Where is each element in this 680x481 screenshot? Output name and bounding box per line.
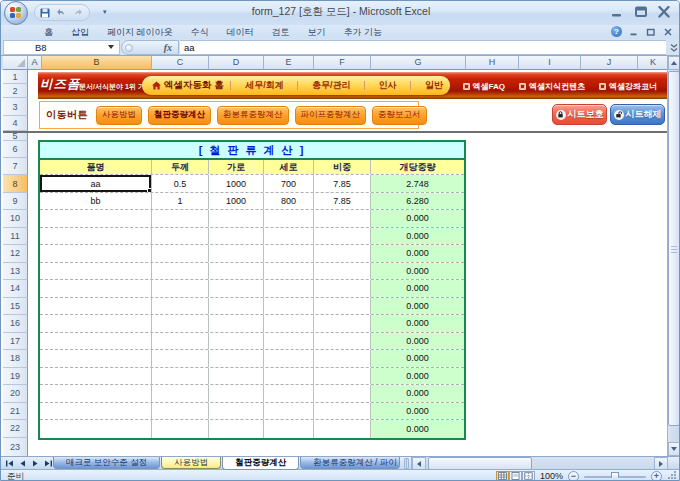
minimize-button[interactable] [609, 6, 625, 18]
table-cell[interactable] [152, 298, 209, 315]
row-header[interactable]: 6 [3, 141, 28, 158]
ribbon-tab[interactable]: 추가 기능 [335, 25, 392, 39]
sheet-tab[interactable]: 철판중량계산 [222, 457, 299, 470]
table-cell[interactable] [40, 385, 152, 402]
table-cell[interactable] [264, 210, 314, 227]
table-cell[interactable]: 1 [152, 193, 209, 209]
table-cell[interactable] [314, 298, 371, 315]
name-box-dropdown-icon[interactable] [108, 45, 114, 49]
table-cell[interactable] [314, 210, 371, 227]
row-header[interactable]: 13 [3, 263, 28, 281]
table-cell[interactable] [314, 228, 371, 245]
maximize-button[interactable] [633, 6, 649, 18]
table-header-cell[interactable]: 품명 [40, 160, 152, 174]
banner-menu-item[interactable]: 인사 [379, 79, 397, 92]
prev-sheet-icon[interactable] [17, 458, 28, 469]
name-box[interactable]: B8 [3, 40, 120, 55]
table-cell[interactable] [314, 333, 371, 350]
row-header[interactable]: 7 [3, 158, 28, 175]
table-cell[interactable] [152, 350, 209, 367]
sheet-tab[interactable]: 환봉류중량계산 / 파이 [300, 457, 400, 469]
table-cell[interactable] [40, 420, 152, 438]
row-header[interactable]: 2 [3, 84, 28, 98]
ribbon-tab[interactable]: 수식 [182, 25, 218, 39]
table-cell[interactable] [264, 403, 314, 420]
table-cell[interactable] [264, 228, 314, 245]
row-header[interactable]: 15 [3, 298, 28, 316]
nav-button[interactable]: 중량보고서 [372, 106, 427, 125]
expand-formula-bar-icon[interactable] [667, 40, 680, 55]
row-header[interactable]: 16 [3, 315, 28, 333]
table-cell[interactable] [314, 350, 371, 367]
banner-menu-item[interactable]: 총무/관리 [312, 79, 351, 92]
table-cell[interactable] [264, 298, 314, 315]
nav-button[interactable]: 환봉류중량계산 [217, 106, 289, 125]
table-cell[interactable] [152, 263, 209, 280]
table-cell[interactable] [209, 350, 264, 367]
table-cell[interactable] [264, 315, 314, 332]
table-cell-weight[interactable]: 0.000 [371, 403, 464, 420]
ribbon-tab[interactable]: 페이지 레이아웃 [98, 25, 182, 39]
sheet-tab[interactable]: 사용방법 [161, 457, 221, 469]
tab-split-handle[interactable] [404, 458, 409, 469]
table-cell[interactable] [152, 420, 209, 438]
column-header[interactable]: A [28, 56, 42, 70]
banner-link[interactable]: 엑셀지식컨텐츠 [519, 81, 585, 92]
table-cell[interactable] [209, 420, 264, 438]
scroll-down-icon[interactable] [668, 442, 680, 456]
zoom-level[interactable]: 100% [540, 471, 563, 481]
unprotect-sheet-button[interactable]: 시트해제 [610, 104, 665, 125]
nav-button[interactable]: 파이프중량계산 [295, 106, 367, 125]
table-cell[interactable]: 800 [264, 193, 314, 209]
column-header[interactable]: H [466, 56, 519, 70]
column-header[interactable]: G [371, 56, 466, 70]
row-header[interactable]: 20 [3, 385, 28, 403]
table-cell[interactable] [209, 368, 264, 385]
row-header[interactable]: 22 [3, 420, 28, 438]
table-cell[interactable] [209, 228, 264, 245]
save-icon[interactable] [40, 8, 50, 18]
table-cell[interactable] [40, 298, 152, 315]
table-cell[interactable] [40, 280, 152, 297]
ribbon-tab[interactable]: 검토 [263, 25, 299, 39]
customize-quick-access-icon[interactable]: ▾ [103, 8, 107, 16]
fx-icon[interactable]: fx [164, 42, 172, 53]
workbook-restore-button[interactable] [646, 28, 656, 36]
table-cell[interactable] [314, 420, 371, 438]
table-cell[interactable]: bb [40, 193, 152, 209]
next-sheet-icon[interactable] [30, 458, 41, 469]
sheet-tab[interactable]: 매크로 보안수준 설정 [53, 457, 160, 469]
table-cell[interactable] [40, 315, 152, 332]
table-cell-weight[interactable]: 0.000 [371, 210, 464, 227]
table-cell[interactable] [314, 385, 371, 402]
table-cell[interactable] [264, 368, 314, 385]
banner-link[interactable]: 엑셀FAQ [463, 81, 505, 92]
zoom-slider-thumb[interactable] [611, 472, 619, 481]
table-cell-weight[interactable]: 0.000 [371, 385, 464, 402]
table-cell[interactable] [209, 245, 264, 262]
table-cell[interactable] [264, 350, 314, 367]
table-cell-weight[interactable]: 2.748 [371, 175, 464, 192]
row-header[interactable]: 23 [3, 438, 28, 457]
undo-icon[interactable] [55, 8, 67, 17]
table-cell-weight[interactable]: 0.000 [371, 333, 464, 350]
table-cell[interactable]: 1000 [209, 193, 264, 209]
ribbon-tab[interactable]: 데이터 [218, 25, 263, 39]
table-cell[interactable] [209, 280, 264, 297]
workbook-close-button[interactable] [663, 28, 673, 36]
ribbon-tab[interactable]: 보기 [299, 25, 335, 39]
table-cell[interactable] [40, 403, 152, 420]
row-header[interactable]: 11 [3, 228, 28, 246]
page-layout-view-button[interactable] [509, 471, 522, 481]
table-cell[interactable] [40, 368, 152, 385]
table-cell-weight[interactable]: 0.000 [371, 228, 464, 245]
table-cell-weight[interactable]: 0.000 [371, 315, 464, 332]
row-header[interactable]: 4 [3, 116, 28, 131]
protect-sheet-button[interactable]: 시트보호 [552, 104, 607, 125]
redo-icon[interactable] [72, 8, 84, 17]
cell-b8-active[interactable]: aa [40, 175, 152, 192]
table-cell[interactable] [264, 420, 314, 438]
banner-home-link[interactable]: 엑셀자동화 홈 [152, 79, 224, 92]
table-cell[interactable] [264, 333, 314, 350]
office-button[interactable] [4, 1, 28, 25]
